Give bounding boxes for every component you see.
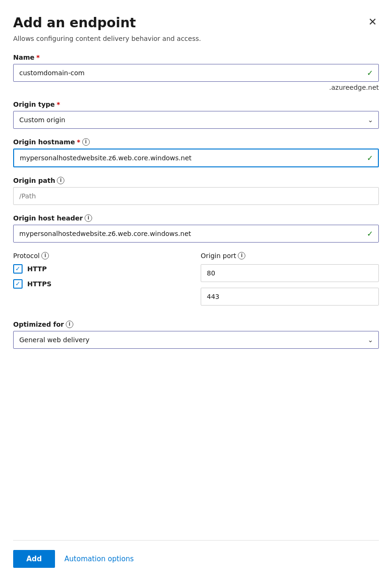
close-icon: ✕	[368, 17, 377, 27]
protocol-section: Protocol i ✓ HTTP ✓ HTTPS	[13, 252, 191, 311]
name-input-wrapper: ✓	[13, 64, 379, 82]
name-input[interactable]	[13, 64, 379, 82]
spacer	[13, 360, 379, 540]
optimized-for-label: Optimized for i	[13, 321, 379, 328]
dialog-header: Add an endpoint ✕	[13, 15, 379, 31]
dialog-subtitle: Allows configuring content delivery beha…	[13, 35, 379, 42]
origin-port-label: Origin port i	[201, 252, 379, 259]
name-check-icon: ✓	[367, 68, 373, 77]
origin-hostname-input[interactable]	[13, 149, 379, 167]
optimized-for-select-wrapper: General web delivery Dynamic site accele…	[13, 331, 379, 349]
origin-path-label: Origin path i	[13, 177, 379, 184]
hostname-check-icon: ✓	[367, 153, 373, 162]
http-checkbox-row: ✓ HTTP	[13, 264, 191, 274]
origin-type-label: Origin type *	[13, 101, 379, 108]
origin-host-header-input-wrapper: ✓	[13, 225, 379, 243]
close-button[interactable]: ✕	[367, 15, 379, 29]
https-port-input[interactable]	[201, 288, 379, 306]
http-check-icon: ✓	[16, 265, 21, 272]
origin-host-header-section: Origin host header i ✓	[13, 214, 379, 243]
protocol-port-row: Protocol i ✓ HTTP ✓ HTTPS Origin port i	[13, 252, 379, 311]
https-checkbox[interactable]: ✓	[13, 279, 23, 289]
https-label: HTTPS	[27, 280, 51, 288]
name-required: *	[36, 54, 39, 61]
https-check-icon: ✓	[16, 280, 21, 287]
dialog-title: Add an endpoint	[13, 15, 136, 31]
origin-path-input-wrapper	[13, 187, 379, 205]
optimized-for-select[interactable]: General web delivery Dynamic site accele…	[13, 331, 379, 349]
add-endpoint-dialog: Add an endpoint ✕ Allows configuring con…	[0, 0, 392, 581]
origin-hostname-input-wrapper: ✓	[13, 149, 379, 167]
port-section: Origin port i	[201, 252, 379, 311]
name-section: Name * ✓ .azureedge.net	[13, 54, 379, 91]
optimized-for-info-icon[interactable]: i	[66, 321, 73, 328]
origin-host-header-label: Origin host header i	[13, 214, 379, 222]
origin-type-select[interactable]: Custom origin Storage Cloud service Web …	[13, 111, 379, 129]
origin-hostname-label: Origin hostname * i	[13, 138, 379, 146]
origin-type-select-wrapper: Custom origin Storage Cloud service Web …	[13, 111, 379, 129]
origin-hostname-required: *	[77, 138, 80, 146]
origin-host-header-input[interactable]	[13, 225, 379, 243]
http-port-input[interactable]	[201, 264, 379, 282]
host-header-check-icon: ✓	[367, 229, 373, 238]
origin-type-required: *	[57, 101, 60, 108]
protocol-info-icon[interactable]: i	[41, 252, 49, 259]
name-label: Name *	[13, 54, 379, 61]
origin-path-section: Origin path i	[13, 177, 379, 205]
origin-type-section: Origin type * Custom origin Storage Clou…	[13, 101, 379, 129]
origin-port-info-icon[interactable]: i	[238, 252, 245, 259]
name-suffix: .azureedge.net	[13, 84, 379, 91]
origin-path-info-icon[interactable]: i	[57, 177, 64, 184]
add-button[interactable]: Add	[13, 550, 55, 568]
http-label: HTTP	[27, 265, 47, 273]
http-checkbox[interactable]: ✓	[13, 264, 23, 274]
origin-path-input[interactable]	[13, 187, 379, 205]
https-checkbox-row: ✓ HTTPS	[13, 279, 191, 289]
automation-options-button[interactable]: Automation options	[64, 555, 133, 563]
origin-hostname-info-icon[interactable]: i	[82, 138, 90, 146]
origin-hostname-section: Origin hostname * i ✓	[13, 138, 379, 167]
optimized-for-section: Optimized for i General web delivery Dyn…	[13, 321, 379, 349]
footer: Add Automation options	[13, 541, 379, 581]
origin-host-header-info-icon[interactable]: i	[85, 214, 92, 222]
protocol-label: Protocol i	[13, 252, 191, 259]
